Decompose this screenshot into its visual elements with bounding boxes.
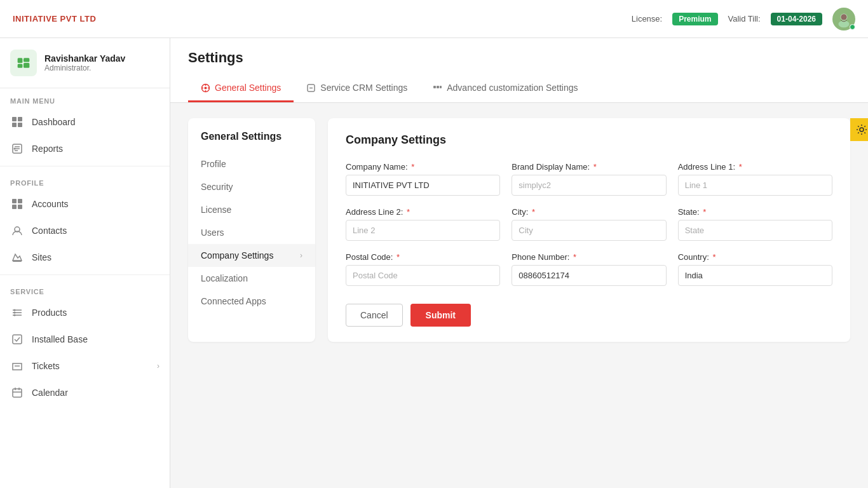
user-name: Ravishankar Yadav <box>44 53 125 64</box>
address-line2-input[interactable] <box>346 220 500 241</box>
sidebar-item-installed-base[interactable]: Installed Base <box>0 326 170 353</box>
topbar: INITIATIVE PVT LTD License: Premium Vali… <box>0 0 868 38</box>
address-line1-field: Address Line 1: * <box>678 162 832 196</box>
city-input[interactable] <box>512 220 666 241</box>
advanced-tab-icon <box>433 83 442 93</box>
sidebar-item-tickets[interactable]: Tickets › <box>0 353 170 379</box>
svg-rect-6 <box>24 58 29 62</box>
general-settings-title: General Settings <box>188 131 315 152</box>
page-title: Settings <box>188 50 850 75</box>
state-label: State: * <box>678 207 832 217</box>
left-menu-security[interactable]: Security <box>188 175 315 198</box>
postal-code-input[interactable] <box>346 265 500 286</box>
company-name-input[interactable] <box>346 175 500 196</box>
form-actions: Cancel Submit <box>346 304 832 327</box>
svg-rect-8 <box>12 117 17 121</box>
sidebar-item-calendar[interactable]: Calendar <box>0 379 170 406</box>
svg-rect-19 <box>12 205 17 209</box>
page-header: Settings General Settings <box>170 38 868 103</box>
svg-point-28 <box>14 315 16 316</box>
tabs: General Settings Service CRM Settings <box>188 75 850 102</box>
sidebar-divider-2 <box>0 274 170 275</box>
sidebar-item-dashboard[interactable]: Dashboard <box>0 109 170 135</box>
svg-rect-43 <box>433 86 436 88</box>
service-crm-tab-icon <box>306 83 316 93</box>
profile-label: PROFILE <box>0 170 170 191</box>
svg-rect-29 <box>13 335 22 344</box>
dashboard-icon <box>10 115 24 129</box>
sidebar-item-reports[interactable]: Reports <box>0 135 170 162</box>
valid-label: Valid Till: <box>728 14 761 24</box>
left-menu-profile[interactable]: Profile <box>188 152 315 175</box>
country-field: Country: * <box>678 252 832 286</box>
phone-number-label: Phone Number: * <box>512 252 666 262</box>
tickets-icon <box>10 359 24 373</box>
company-settings-menu-label: Company Settings <box>201 250 273 261</box>
license-label: License: <box>632 14 662 24</box>
calendar-label: Calendar <box>32 388 68 398</box>
state-field: State: * <box>678 207 832 241</box>
postal-code-label: Postal Code: * <box>346 252 500 262</box>
left-menu-connected-apps[interactable]: Connected Apps <box>188 290 315 313</box>
left-menu-license[interactable]: License <box>188 198 315 221</box>
svg-rect-18 <box>18 199 22 203</box>
sidebar: Ravishankar Yadav Administrator. MAIN ME… <box>0 38 170 488</box>
online-indicator <box>850 24 855 30</box>
avatar[interactable] <box>832 8 855 30</box>
cancel-button[interactable]: Cancel <box>346 304 403 327</box>
svg-point-27 <box>14 312 16 314</box>
tab-service-crm[interactable]: Service CRM Settings <box>294 75 420 102</box>
left-menu-users[interactable]: Users <box>188 221 315 244</box>
service-label: SERVICE <box>0 279 170 299</box>
sidebar-divider-1 <box>0 166 170 166</box>
service-crm-tab-label: Service CRM Settings <box>320 83 407 93</box>
users-menu-label: Users <box>201 227 224 238</box>
main-content: Settings General Settings <box>170 38 868 488</box>
company-settings-panel: Company Settings Company Name: * Brand D… <box>328 118 850 342</box>
tickets-label: Tickets <box>32 361 60 371</box>
reports-label: Reports <box>32 144 63 154</box>
svg-rect-3 <box>15 54 32 72</box>
left-menu-localization[interactable]: Localization <box>188 267 315 290</box>
sites-label: Sites <box>32 252 51 262</box>
company-name-field: Company Name: * <box>346 162 500 196</box>
company-name: INITIATIVE PVT LTD <box>13 14 96 24</box>
address-line2-label: Address Line 2: * <box>346 207 500 217</box>
svg-rect-5 <box>18 64 23 68</box>
tab-advanced[interactable]: Advanced customization Settings <box>420 75 590 102</box>
advanced-tab-label: Advanced customization Settings <box>447 83 578 93</box>
gear-button[interactable] <box>850 118 868 141</box>
company-settings-arrow: › <box>300 251 302 260</box>
contacts-label: Contacts <box>32 226 67 236</box>
dashboard-label: Dashboard <box>32 117 76 127</box>
user-role: Administrator. <box>44 64 125 72</box>
svg-point-36 <box>205 86 207 89</box>
svg-point-2 <box>841 14 846 20</box>
sidebar-item-products[interactable]: Products <box>0 299 170 326</box>
installed-base-label: Installed Base <box>32 334 88 344</box>
country-input[interactable] <box>678 265 832 286</box>
tab-general[interactable]: General Settings <box>188 75 294 102</box>
brand-display-input[interactable] <box>512 175 666 196</box>
brand-display-field: Brand Display Name: * <box>512 162 666 196</box>
submit-button[interactable]: Submit <box>410 304 471 327</box>
svg-rect-9 <box>18 117 22 121</box>
phone-number-field: Phone Number: * <box>512 252 666 286</box>
state-input[interactable] <box>678 220 832 241</box>
svg-rect-31 <box>13 389 22 397</box>
sidebar-item-sites[interactable]: Sites <box>0 244 170 271</box>
calendar-icon <box>10 386 24 400</box>
svg-rect-7 <box>24 63 29 68</box>
postal-code-field: Postal Code: * <box>346 252 500 286</box>
city-field: City: * <box>512 207 666 241</box>
address-line1-input[interactable] <box>678 175 832 196</box>
sidebar-item-accounts[interactable]: Accounts <box>0 191 170 217</box>
gear-icon <box>855 123 868 136</box>
general-tab-label: General Settings <box>215 83 281 93</box>
phone-number-input[interactable] <box>512 265 666 286</box>
tickets-chevron: › <box>157 362 159 370</box>
license-menu-label: License <box>201 205 231 215</box>
user-info: Ravishankar Yadav Administrator. <box>44 53 125 72</box>
left-menu-company-settings[interactable]: Company Settings › <box>188 244 315 267</box>
sidebar-item-contacts[interactable]: Contacts <box>0 217 170 244</box>
